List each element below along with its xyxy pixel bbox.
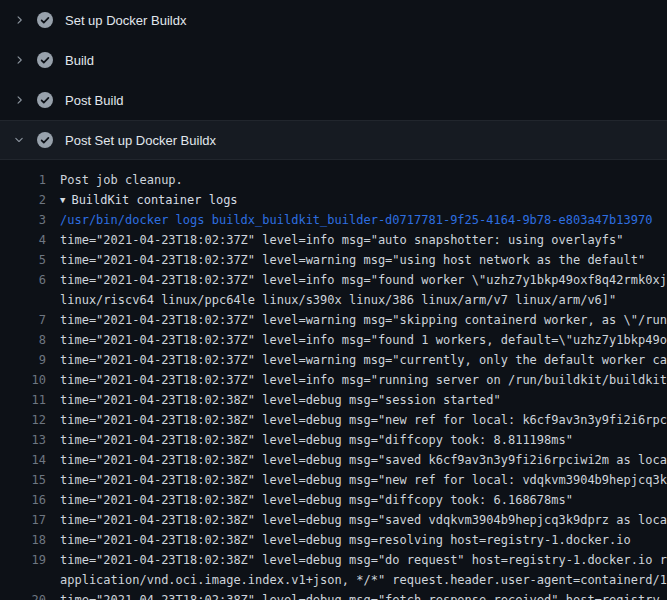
log-line: 1 ▼ Post job cleanup.: [0, 170, 667, 190]
step-label: Post Set up Docker Buildx: [65, 133, 216, 148]
log-line-number[interactable]: 4: [0, 230, 46, 250]
log-line-number[interactable]: 13: [0, 430, 46, 450]
log-line: 10 ▼ time="2021-04-23T18:02:37Z" level=i…: [0, 370, 667, 390]
log-line: ▼ application/vnd.oci.image.index.v1+jso…: [0, 570, 667, 590]
steps-list: Set up Docker Buildx Build Post Build Po…: [0, 0, 667, 600]
log-line: 9 ▼ time="2021-04-23T18:02:37Z" level=wa…: [0, 350, 667, 370]
log-line-number[interactable]: 9: [0, 350, 46, 370]
log-line-text: time="2021-04-23T18:02:38Z" level=debug …: [60, 430, 667, 450]
log-line-number[interactable]: 20: [0, 590, 46, 600]
log-line-number[interactable]: 15: [0, 470, 46, 490]
log-line: 12 ▼ time="2021-04-23T18:02:38Z" level=d…: [0, 410, 667, 430]
log-line-number[interactable]: 12: [0, 410, 46, 430]
log-line: 15 ▼ time="2021-04-23T18:02:38Z" level=d…: [0, 470, 667, 490]
log-line-number[interactable]: 14: [0, 450, 46, 470]
workflow-step: Build: [0, 40, 667, 80]
log-line-text: linux/riscv64 linux/ppc64le linux/s390x …: [60, 290, 667, 310]
workflow-step: Post Set up Docker Buildx 1 ▼ Post job c…: [0, 120, 667, 600]
log-line: 6 ▼ time="2021-04-23T18:02:37Z" level=in…: [0, 270, 667, 290]
log-line: 14 ▼ time="2021-04-23T18:02:38Z" level=d…: [0, 450, 667, 470]
actions-log-viewer: Set up Docker Buildx Build Post Build Po…: [0, 0, 667, 600]
step-header[interactable]: Post Set up Docker Buildx: [0, 120, 667, 160]
log-line-number[interactable]: 6: [0, 270, 46, 290]
log-line-text: time="2021-04-23T18:02:38Z" level=debug …: [60, 450, 667, 470]
log-line-number[interactable]: 7: [0, 310, 46, 330]
log-line-text: time="2021-04-23T18:02:38Z" level=debug …: [60, 390, 667, 410]
log-line: 7 ▼ time="2021-04-23T18:02:37Z" level=wa…: [0, 310, 667, 330]
log-line-text: time="2021-04-23T18:02:38Z" level=debug …: [60, 550, 667, 570]
step-label: Post Build: [65, 93, 124, 108]
log-line: 11 ▼ time="2021-04-23T18:02:38Z" level=d…: [0, 390, 667, 410]
log-line-text: application/vnd.oci.image.index.v1+json,…: [60, 570, 667, 590]
log-line-text: time="2021-04-23T18:02:38Z" level=debug …: [60, 590, 667, 600]
log-line-text: Post job cleanup.: [60, 170, 667, 190]
log-line[interactable]: 2 ▼ BuildKit container logs: [0, 190, 667, 210]
log-line-number[interactable]: 5: [0, 250, 46, 270]
chevron-right-icon: [13, 54, 25, 66]
log-line-text: BuildKit container logs: [71, 190, 667, 210]
log-line-text: time="2021-04-23T18:02:38Z" level=debug …: [60, 530, 667, 550]
log-line: 5 ▼ time="2021-04-23T18:02:37Z" level=wa…: [0, 250, 667, 270]
check-circle-icon: [37, 12, 53, 28]
log-line: 4 ▼ time="2021-04-23T18:02:37Z" level=in…: [0, 230, 667, 250]
log-line-text: time="2021-04-23T18:02:37Z" level=info m…: [60, 370, 667, 390]
log-line: 16 ▼ time="2021-04-23T18:02:38Z" level=d…: [0, 490, 667, 510]
log-line-text: time="2021-04-23T18:02:38Z" level=debug …: [60, 490, 667, 510]
log-line-number[interactable]: 10: [0, 370, 46, 390]
log-line-number[interactable]: 8: [0, 330, 46, 350]
log-line: 19 ▼ time="2021-04-23T18:02:38Z" level=d…: [0, 550, 667, 570]
step-label: Set up Docker Buildx: [65, 13, 186, 28]
log-line-number[interactable]: 11: [0, 390, 46, 410]
log-line: ▼ linux/riscv64 linux/ppc64le linux/s390…: [0, 290, 667, 310]
log-line: 3 ▼ /usr/bin/docker logs buildx_buildkit…: [0, 210, 667, 230]
log-line-number[interactable]: 3: [0, 210, 46, 230]
log-line-number[interactable]: 2: [0, 190, 46, 210]
log-line-text: time="2021-04-23T18:02:37Z" level=warnin…: [60, 250, 667, 270]
chevron-down-icon: [13, 134, 25, 146]
log-line: 18 ▼ time="2021-04-23T18:02:38Z" level=d…: [0, 530, 667, 550]
log-line-text: time="2021-04-23T18:02:37Z" level=info m…: [60, 270, 667, 290]
step-log: 1 ▼ Post job cleanup. 2 ▼ BuildKit conta…: [0, 160, 667, 600]
chevron-right-icon: [13, 94, 25, 106]
workflow-step: Set up Docker Buildx: [0, 0, 667, 40]
step-header[interactable]: Build: [0, 40, 667, 80]
log-line: 8 ▼ time="2021-04-23T18:02:37Z" level=in…: [0, 330, 667, 350]
group-caret-icon: ▼: [60, 190, 65, 210]
log-line-text: time="2021-04-23T18:02:38Z" level=debug …: [60, 410, 667, 430]
log-line-number[interactable]: 1: [0, 170, 46, 190]
step-header[interactable]: Post Build: [0, 80, 667, 120]
workflow-step: Post Build: [0, 80, 667, 120]
log-line-number[interactable]: 19: [0, 550, 46, 570]
chevron-right-icon: [13, 14, 25, 26]
check-circle-icon: [37, 52, 53, 68]
check-circle-icon: [37, 92, 53, 108]
log-line: 20 ▼ time="2021-04-23T18:02:38Z" level=d…: [0, 590, 667, 600]
log-line-number[interactable]: 16: [0, 490, 46, 510]
log-line-text: time="2021-04-23T18:02:38Z" level=debug …: [60, 510, 667, 530]
log-line-text: time="2021-04-23T18:02:37Z" level=info m…: [60, 230, 667, 250]
log-line-text: time="2021-04-23T18:02:37Z" level=warnin…: [60, 350, 667, 370]
log-line-text: time="2021-04-23T18:02:38Z" level=debug …: [60, 470, 667, 490]
log-line-text: /usr/bin/docker logs buildx_buildkit_bui…: [60, 210, 667, 230]
step-label: Build: [65, 53, 94, 68]
log-line: 13 ▼ time="2021-04-23T18:02:38Z" level=d…: [0, 430, 667, 450]
log-line-number[interactable]: 17: [0, 510, 46, 530]
step-header[interactable]: Set up Docker Buildx: [0, 0, 667, 40]
log-line-number[interactable]: 18: [0, 530, 46, 550]
log-line-text: time="2021-04-23T18:02:37Z" level=warnin…: [60, 310, 667, 330]
check-circle-icon: [37, 132, 53, 148]
log-line-text: time="2021-04-23T18:02:37Z" level=info m…: [60, 330, 667, 350]
log-line: 17 ▼ time="2021-04-23T18:02:38Z" level=d…: [0, 510, 667, 530]
